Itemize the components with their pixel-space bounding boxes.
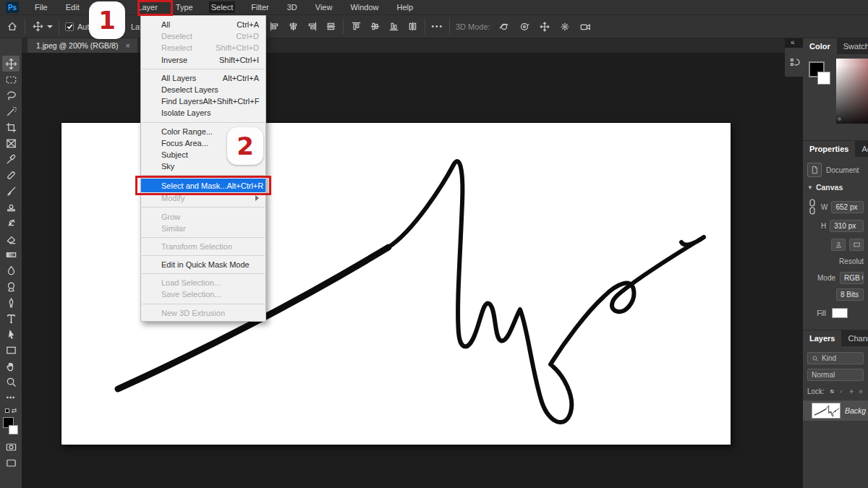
tab-color[interactable]: Color [803, 38, 837, 54]
rectangle-tool[interactable] [2, 342, 20, 358]
history-panel-icon[interactable] [785, 48, 803, 77]
lock-all-icon[interactable] [859, 387, 864, 396]
menu-item-deselect-layers[interactable]: Deselect Layers [141, 84, 265, 95]
background-color-swatch[interactable] [9, 425, 18, 435]
bit-depth-dropdown[interactable]: 8 Bits [836, 288, 864, 301]
distribute-vertical-icon[interactable] [406, 20, 419, 33]
3d-pan-icon[interactable] [538, 20, 551, 33]
portrait-orientation-button[interactable] [831, 239, 846, 251]
menu-item-load-selection[interactable]: Load Selection... [141, 277, 265, 288]
menu-edit[interactable]: Edit [64, 1, 82, 13]
move-tool-icon[interactable] [31, 20, 44, 33]
swap-colors-icon[interactable]: ⇄ [12, 407, 17, 414]
lock-pixels-icon[interactable] [839, 387, 844, 396]
lock-position-icon[interactable] [849, 387, 854, 396]
tab-channels[interactable]: Channels [841, 330, 868, 346]
landscape-orientation-button[interactable] [849, 239, 864, 251]
menu-item-reselect[interactable]: Reselect Shift+Ctrl+D [141, 42, 265, 53]
menu-item-edit-in-quick-mask-mode[interactable]: Edit in Quick Mask Mode [141, 259, 265, 270]
eyedropper-tool[interactable] [2, 151, 20, 167]
menu-item-deselect[interactable]: Deselect Ctrl+D [141, 30, 265, 42]
crop-tool[interactable] [2, 119, 20, 135]
tab-layers[interactable]: Layers [803, 330, 841, 346]
3d-orbit-icon[interactable] [498, 20, 511, 33]
menu-help[interactable]: Help [395, 1, 416, 13]
menu-item-find-layers[interactable]: Find Layers Alt+Shift+Ctrl+F [141, 95, 265, 107]
fill-color-swatch[interactable] [832, 308, 848, 318]
color-picker-field[interactable] [836, 59, 868, 124]
menu-item-inverse[interactable]: Inverse Shift+Ctrl+I [141, 54, 265, 66]
gradient-tool[interactable] [2, 247, 20, 262]
menu-item-modify[interactable]: Modify [141, 192, 265, 204]
menu-item-new-3d-extrusion[interactable]: New 3D Extrusion [141, 307, 265, 319]
dodge-tool[interactable] [2, 278, 20, 294]
link-dimensions-icon[interactable] [807, 197, 817, 216]
tab-swatches[interactable]: Swatches [837, 38, 868, 54]
quick-mask-mode-button[interactable] [2, 439, 20, 455]
type-tool[interactable] [2, 310, 20, 326]
lock-transparency-icon[interactable] [830, 387, 835, 396]
close-tab-icon[interactable]: × [125, 41, 129, 50]
default-swap-colors[interactable]: ⇄ [5, 406, 17, 416]
align-right-icon[interactable] [305, 20, 318, 33]
menu-item-all-layers[interactable]: All Layers Alt+Ctrl+A [141, 72, 265, 84]
menu-item-isolate-layers[interactable]: Isolate Layers [141, 107, 265, 119]
menu-item-similar[interactable]: Similar [141, 223, 265, 234]
align-left-icon[interactable] [268, 20, 281, 33]
align-bottom-icon[interactable] [387, 20, 400, 33]
path-selection-tool[interactable] [2, 326, 20, 342]
pen-tool[interactable] [2, 294, 20, 310]
align-top-icon[interactable] [349, 20, 362, 33]
menu-type[interactable]: Type [174, 1, 195, 13]
background-color-swatch[interactable] [817, 72, 830, 85]
tab-adjustments[interactable]: Adjus [855, 141, 868, 157]
quick-selection-tool[interactable] [2, 103, 20, 119]
history-brush-tool[interactable] [2, 215, 20, 231]
menu-3d[interactable]: 3D [285, 1, 299, 13]
menu-select[interactable]: Select [209, 1, 236, 13]
lasso-tool[interactable] [2, 87, 20, 103]
menu-filter[interactable]: Filter [249, 1, 271, 13]
layer-thumbnail[interactable] [812, 403, 841, 419]
home-icon[interactable] [6, 20, 19, 33]
frame-tool[interactable] [2, 135, 20, 151]
spot-healing-brush-tool[interactable] [2, 167, 20, 183]
collapse-panels-icon[interactable]: « [791, 38, 795, 46]
kind-filter-dropdown[interactable]: Kind [807, 352, 864, 364]
width-input[interactable]: 652 px [831, 201, 864, 213]
mode-dropdown[interactable]: RGB C [840, 272, 864, 284]
document-tab[interactable]: 1.jpeg @ 200% (RGB/8) × [27, 38, 137, 53]
distribute-horizontal-icon[interactable] [324, 20, 337, 33]
menu-item-all[interactable]: All Ctrl+A [141, 19, 265, 30]
blur-tool[interactable] [2, 262, 20, 278]
auto-select-checkbox[interactable] [65, 22, 74, 31]
menu-item-save-selection[interactable]: Save Selection... [141, 288, 265, 300]
menu-item-transform-selection[interactable]: Transform Selection [141, 241, 265, 252]
brush-tool[interactable] [2, 183, 20, 199]
layer-name[interactable]: Backg [845, 406, 866, 415]
menu-item-select-and-mask[interactable]: Select and Mask... Alt+Ctrl+R [141, 179, 265, 192]
3d-roll-icon[interactable] [518, 20, 531, 33]
edit-toolbar-icon[interactable]: ••• [2, 390, 20, 406]
align-middle-icon[interactable] [368, 20, 381, 33]
chevron-down-icon[interactable] [47, 25, 53, 28]
rectangular-marquee-tool[interactable] [2, 72, 20, 87]
more-options-button[interactable]: ••• [431, 22, 443, 30]
3d-slide-icon[interactable] [558, 20, 571, 33]
canvas-section-header[interactable]: ▼ Canvas [803, 177, 868, 194]
zoom-tool[interactable] [2, 374, 20, 390]
menu-layer[interactable]: Layer [135, 1, 160, 13]
foreground-background-swatches[interactable] [2, 417, 20, 439]
menu-file[interactable]: File [33, 1, 50, 13]
align-center-horizontal-icon[interactable] [286, 20, 299, 33]
color-cursor[interactable] [837, 116, 842, 121]
screen-mode-button[interactable] [2, 455, 20, 471]
menu-window[interactable]: Window [348, 1, 380, 13]
blend-mode-dropdown[interactable]: Normal [807, 369, 864, 381]
3d-camera-icon[interactable] [579, 20, 592, 33]
menu-view[interactable]: View [313, 1, 335, 13]
default-colors-icon[interactable] [5, 408, 9, 413]
move-tool[interactable] [2, 56, 20, 72]
height-input[interactable]: 310 px [830, 220, 864, 232]
color-panel-swatches[interactable] [809, 61, 825, 77]
